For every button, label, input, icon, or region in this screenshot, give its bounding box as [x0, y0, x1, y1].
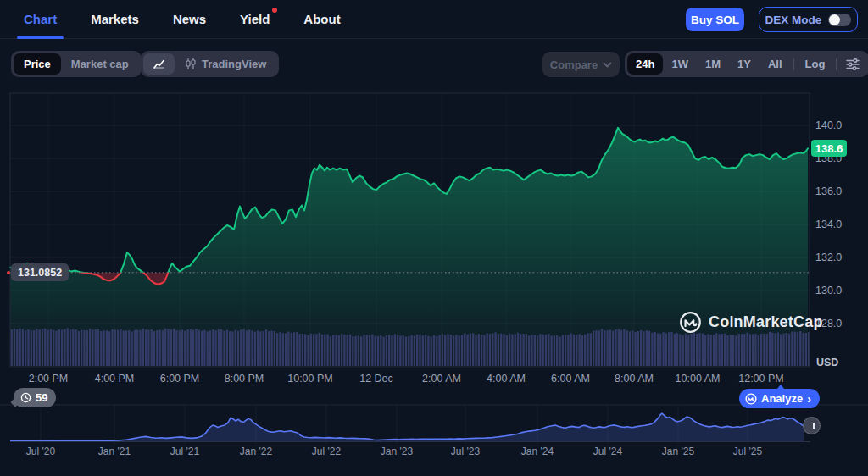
tab-chart[interactable]: Chart: [24, 0, 57, 39]
x-axis-label: 8:00 AM: [615, 373, 654, 385]
open-price-label: 131.0852: [11, 263, 69, 281]
new-badge-dot: [272, 8, 277, 13]
market-cap-tab[interactable]: Market cap: [61, 53, 139, 75]
chart-view-toggle-group: TradingView: [141, 51, 279, 77]
history-count: 59: [36, 391, 47, 404]
x-axis-label: 10:00 AM: [676, 373, 721, 385]
range-24h[interactable]: 24h: [627, 53, 663, 75]
metric-toggle-group: Price Market cap: [11, 51, 142, 77]
coinmarketcap-logo-icon: [745, 393, 757, 405]
x-axis-label: 12:00 PM: [738, 373, 784, 385]
candlestick-icon: [185, 58, 197, 70]
buy-sol-button[interactable]: Buy SOL: [686, 8, 744, 31]
x-axis-label: 2:00 AM: [422, 373, 461, 385]
range-1y[interactable]: 1Y: [729, 53, 760, 75]
y-axis-label: 136.0: [815, 185, 842, 197]
dex-mode-toggle-pill[interactable]: DEX Mode: [759, 7, 858, 32]
dex-mode-switch[interactable]: [828, 14, 851, 26]
timeline-label: Jul '22: [312, 446, 341, 457]
dex-mode-label: DEX Mode: [765, 14, 822, 26]
tab-about-label: About: [303, 12, 340, 26]
y-axis-label: 132.0: [815, 252, 842, 263]
analyze-button[interactable]: Analyze: [739, 389, 820, 408]
timeline-label: Jul '23: [451, 446, 480, 457]
timeline-scrubber-handle[interactable]: [803, 417, 821, 434]
x-axis-label: 4:00 AM: [487, 373, 526, 385]
x-axis-label: 2:00 PM: [29, 373, 69, 385]
price-tab[interactable]: Price: [14, 53, 61, 75]
coinmarketcap-watermark: CoinMarketCap: [679, 311, 823, 334]
compare-label: Compare: [550, 58, 598, 71]
tab-news-label: News: [173, 12, 206, 26]
tab-markets[interactable]: Markets: [91, 0, 139, 39]
range-all-label: All: [768, 58, 782, 70]
timeline-label: Jan '21: [98, 446, 131, 457]
range-1w[interactable]: 1W: [663, 53, 697, 75]
analyze-label: Analyze: [761, 392, 803, 405]
coinmarketcap-logo-icon: [679, 311, 702, 334]
range-all[interactable]: All: [760, 53, 791, 75]
open-price-dot: [7, 271, 10, 274]
y-axis-label: 130.0: [815, 285, 842, 296]
tab-news[interactable]: News: [173, 0, 206, 39]
price-tab-label: Price: [24, 58, 51, 70]
x-axis-label: 12 Dec: [359, 373, 393, 385]
tab-chart-label: Chart: [24, 12, 57, 26]
x-axis-label: 10:00 PM: [287, 373, 333, 385]
line-chart-icon: [153, 58, 165, 70]
timeline-label: Jul '24: [593, 446, 622, 457]
switch-knob: [829, 14, 840, 25]
y-axis-unit: USD: [816, 357, 838, 368]
timeline-label: Jan '24: [521, 446, 554, 457]
watermark-text: CoinMarketCap: [709, 313, 823, 331]
range-1m-label: 1M: [705, 58, 721, 70]
y-axis-label: 140.0: [815, 119, 842, 131]
buy-sol-label: Buy SOL: [691, 14, 739, 26]
x-axis-label: 6:00 PM: [160, 373, 200, 385]
x-axis-label: 8:00 PM: [225, 373, 264, 385]
coinmarketcap-chart-page: Chart Markets News Yield About Buy SOL D…: [0, 0, 868, 476]
current-price-badge: 138.6: [811, 140, 847, 157]
history-clock-icon: [20, 392, 31, 403]
timeline-mini-chart[interactable]: [0, 405, 868, 445]
time-range-group: 24h 1W 1M 1Y All Log: [625, 51, 868, 77]
tab-about[interactable]: About: [303, 0, 340, 39]
log-label: Log: [805, 58, 826, 70]
tab-markets-label: Markets: [91, 12, 139, 26]
y-axis-label: 134.0: [815, 219, 842, 230]
divider: [793, 58, 794, 70]
compare-button[interactable]: Compare: [542, 52, 620, 77]
chevron-right-icon: [807, 392, 811, 406]
tradingview-button[interactable]: TradingView: [175, 53, 276, 75]
range-1m[interactable]: 1M: [697, 53, 729, 75]
line-chart-view-button[interactable]: [143, 53, 175, 75]
market-cap-tab-label: Market cap: [71, 58, 129, 70]
timeline-label: Jul '20: [26, 446, 55, 457]
chart-settings-button[interactable]: [839, 58, 866, 70]
sliders-icon: [846, 58, 860, 70]
x-axis-label: 6:00 AM: [551, 373, 590, 385]
timeline-label: Jul '25: [733, 446, 762, 457]
range-1w-label: 1W: [671, 58, 688, 70]
tab-yield-label: Yield: [240, 12, 270, 26]
history-count-badge[interactable]: 59: [14, 388, 56, 407]
tradingview-label: TradingView: [202, 58, 266, 70]
log-scale-button[interactable]: Log: [797, 53, 834, 75]
timeline-label: Jan '23: [381, 446, 413, 457]
chevron-down-icon: [603, 62, 612, 68]
timeline-label: Jan '22: [240, 446, 272, 457]
range-24h-label: 24h: [636, 58, 654, 70]
tab-yield[interactable]: Yield: [240, 0, 270, 39]
timeline-label: Jul '21: [170, 446, 199, 457]
timeline-label: Jan '25: [662, 446, 694, 457]
divider: [836, 58, 837, 70]
range-1y-label: 1Y: [737, 58, 751, 70]
x-axis-label: 4:00 PM: [95, 373, 135, 385]
